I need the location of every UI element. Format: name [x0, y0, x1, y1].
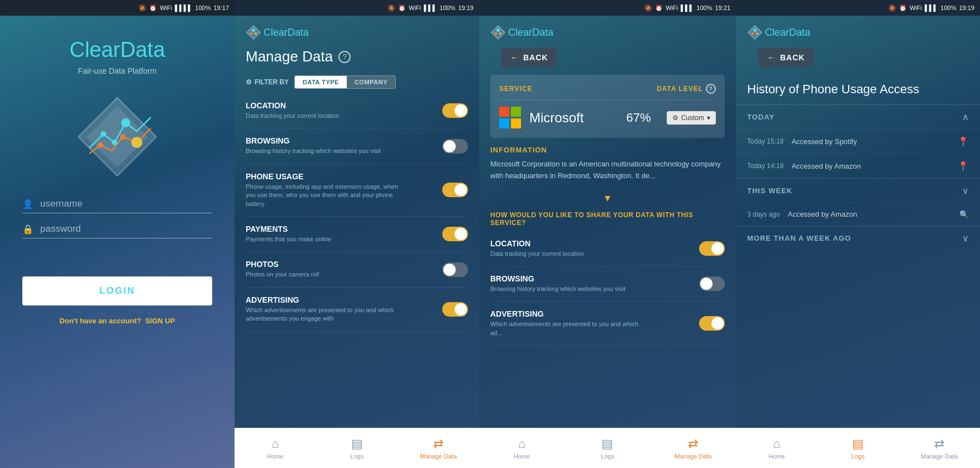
svg-point-3	[112, 140, 117, 145]
item-title-adv: ADVERTISING	[490, 309, 647, 318]
status-signal-2: ▌▌▌	[424, 4, 437, 11]
today-header[interactable]: TODAY ∧	[736, 105, 980, 129]
location-icon-2: 📍	[958, 161, 969, 171]
panel2-logo-icon	[246, 25, 261, 40]
gear-icon: ⚙	[672, 114, 678, 122]
toggle-loc-3[interactable]	[699, 241, 725, 256]
nav-manage-label-3: Manage Data	[675, 453, 711, 460]
toggle-browsing[interactable]	[442, 139, 468, 154]
status-wifi-4: WiFi	[910, 4, 922, 11]
status-bar-4: 🔕 ⏰ WiFi ▌▌▌ 100% 19:19	[736, 0, 980, 16]
app-name-clear: Clear	[69, 38, 120, 61]
history-section-today: TODAY ∧ Today 15:18 Accessed by Spotify …	[736, 104, 980, 178]
nav-home-label-2: Home	[267, 453, 283, 460]
history-title: History of Phone Usage Access	[736, 75, 980, 104]
nav-logs-label-3: Logs	[601, 453, 614, 460]
nav-manage-2[interactable]: ⇄ Manage Data	[398, 428, 479, 468]
history-entry-amazon2: 3 days ago Accessed by Amazon 🔍	[736, 203, 980, 226]
entry-time-1: Today 15:18	[747, 137, 783, 145]
status-signal-icon: ▌▌▌▌	[175, 4, 192, 11]
nav-logs-3[interactable]: ▤ Logs	[565, 428, 650, 468]
service-name: Microsoft	[529, 110, 584, 126]
password-input[interactable]	[40, 223, 212, 235]
nav-manage-4[interactable]: ⇄ Manage Data	[898, 428, 980, 468]
item-desc: Payments that you make online	[246, 235, 331, 243]
today-label: TODAY	[747, 113, 775, 121]
svg-point-7	[131, 137, 142, 148]
item-title: PHONE USAGE	[246, 172, 402, 181]
panel-history: 🔕 ⏰ WiFi ▌▌▌ 100% 19:19 ClearData ← BACK…	[736, 0, 980, 468]
filter-tab-datatype[interactable]: DATA TYPE	[295, 76, 347, 88]
nav-logs-label-4: Logs	[852, 453, 865, 460]
help-button-2[interactable]: ?	[338, 51, 351, 63]
panel4-header: ClearData	[736, 16, 980, 40]
status-wifi-3: WiFi	[666, 4, 678, 11]
custom-badge[interactable]: ⚙ Custom ▾	[667, 111, 716, 125]
bottom-nav-3: ⌂ Home ▤ Logs ⇄ Manage Data	[479, 428, 736, 468]
logo-diamond	[73, 92, 162, 182]
toggle-location[interactable]	[442, 103, 468, 118]
back-button-3[interactable]: ← BACK	[501, 48, 557, 67]
toggle-photos[interactable]	[442, 262, 468, 277]
svg-marker-8	[247, 26, 260, 39]
search-icon-1: 🔍	[959, 210, 969, 219]
nav-manage-label-2: Manage Data	[420, 453, 457, 460]
status-alarm-icon: ⏰	[149, 4, 157, 12]
logs-icon-2: ▤	[351, 437, 363, 451]
week-header[interactable]: THIS WEEK ∨	[736, 179, 980, 203]
status-alarm-3: ⏰	[655, 4, 663, 12]
older-header[interactable]: MORE THAN A WEEK AGO ∨	[736, 226, 980, 250]
item-title: BROWSING	[246, 136, 381, 145]
data-item-adv: ADVERTISING Which advertisements are pre…	[490, 302, 725, 346]
toggle-browse-3[interactable]	[699, 276, 725, 291]
item-desc-adv: Which advertisements are presented to yo…	[490, 320, 647, 337]
nav-manage-label-4: Manage Data	[921, 453, 958, 460]
service-col-label: SERVICE	[499, 85, 532, 93]
svg-point-10	[250, 32, 253, 35]
status-time-2: 19:19	[458, 4, 474, 11]
login-button[interactable]: LOGIN	[22, 276, 212, 305]
username-input[interactable]	[40, 198, 212, 209]
data-item: LOCATION Data tracking your current loca…	[246, 93, 468, 128]
nav-manage-3[interactable]: ⇄ Manage Data	[651, 428, 736, 468]
back-arrow-3: ←	[510, 53, 519, 62]
panel3-header: ClearData	[479, 16, 736, 40]
toggle-payments[interactable]	[442, 227, 468, 241]
nav-home-2[interactable]: ⌂ Home	[235, 428, 316, 468]
share-question: HOW WOULD YOU LIKE TO SHARE YOUR DATA WI…	[479, 211, 736, 227]
expand-arrow[interactable]: ▾	[479, 191, 736, 204]
signup-link[interactable]: SIGN UP	[145, 317, 175, 325]
microsoft-logo	[499, 107, 522, 129]
status-bar-1: 🔕 ⏰ WiFi ▌▌▌▌ 100% 19:17	[0, 0, 235, 16]
help-data-level[interactable]: ?	[706, 84, 716, 94]
status-battery-3: 100%	[696, 4, 712, 11]
panel2-header: ClearData	[235, 16, 479, 40]
toggle-phone-usage[interactable]	[442, 183, 468, 197]
panel4-logo-text: ClearData	[765, 27, 810, 39]
nav-logs-4[interactable]: ▤ Logs	[818, 428, 899, 468]
svg-point-19	[756, 32, 758, 35]
app-name-data: Data	[120, 38, 165, 61]
item-title: PHOTOS	[246, 260, 319, 269]
data-item: PHOTOS Photos on your camera roll	[246, 252, 468, 287]
nav-logs-2[interactable]: ▤ Logs	[316, 428, 398, 468]
service-info-row: Microsoft 67% ⚙ Custom ▾	[499, 107, 716, 129]
entry-row: Today 15:18 Accessed by Spotify	[747, 137, 857, 146]
status-signal-3: ▌▌▌	[681, 4, 694, 11]
bottom-nav-4: ⌂ Home ▤ Logs ⇄ Manage Data	[736, 428, 980, 468]
toggle-advertising[interactable]	[442, 302, 468, 317]
back-button-4[interactable]: ← BACK	[758, 48, 814, 67]
status-wifi-2: WiFi	[409, 4, 421, 11]
week-label: THIS WEEK	[747, 187, 792, 195]
svg-point-4	[121, 118, 130, 127]
toggle-adv-3[interactable]	[699, 316, 725, 331]
status-alarm-4: ⏰	[899, 4, 907, 12]
lock-icon: 🔒	[22, 224, 34, 235]
nav-home-3[interactable]: ⌂ Home	[479, 428, 565, 468]
entry-row-3: 3 days ago Accessed by Amazon	[747, 210, 857, 218]
panel4-logo: ClearData	[747, 25, 810, 40]
nav-home-4[interactable]: ⌂ Home	[736, 428, 818, 468]
filter-tabs: DATA TYPE COMPANY	[294, 75, 396, 89]
back-arrow-4: ←	[767, 53, 776, 62]
filter-tab-company[interactable]: COMPANY	[347, 76, 395, 88]
